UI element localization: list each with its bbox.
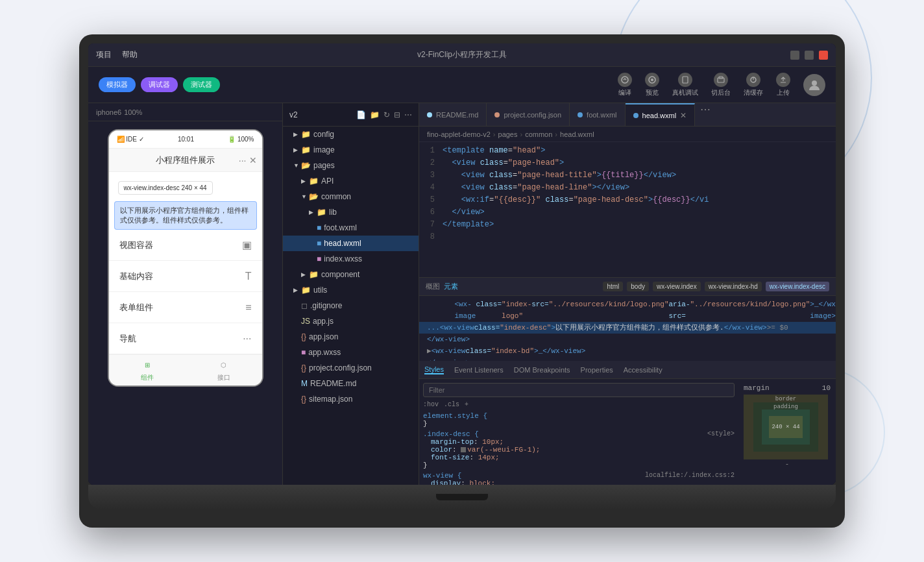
tree-item-readme[interactable]: ▶ M README.md	[283, 376, 419, 391]
minimize-button[interactable]	[790, 51, 799, 60]
tree-item-index-wxss[interactable]: ▶ ■ index.wxss	[283, 251, 419, 267]
tag-html[interactable]: html	[603, 282, 623, 291]
tree-item-project-config[interactable]: ▶ {} project.config.json	[283, 360, 419, 376]
app-toolbar: 模拟器 调试器 测试器 编译 预览 真机调试	[88, 67, 836, 103]
nav-item-api[interactable]: ⬡ 接口	[217, 359, 230, 382]
boxmodel-padding: 240 × 44	[762, 409, 810, 445]
pseudo-plus[interactable]: +	[465, 401, 468, 408]
device-debug-icon	[678, 73, 692, 87]
laptop-screen: 项目 帮助 v2-FinClip小程序开发工具 模拟器 调试器 测试器	[88, 43, 836, 485]
tag-wx-view-index[interactable]: wx-view.index	[653, 282, 701, 291]
list-item-3[interactable]: 导航 ···	[109, 323, 262, 354]
action-device-debug[interactable]: 真机调试	[672, 73, 698, 97]
tree-item-utils[interactable]: ▶ 📁 utils	[283, 282, 419, 298]
editor-tab-foot-wxml[interactable]: foot.wxml	[570, 103, 625, 126]
filetree-new-folder-icon[interactable]: 📁	[370, 110, 380, 119]
phone-titlebar: 小程序组件展示 ··· ✕	[109, 149, 262, 172]
line-content-1: <template name="head">	[443, 145, 545, 157]
tree-item-lib[interactable]: ▶ 📁 lib	[283, 204, 419, 220]
editor-tab-readme[interactable]: README.md	[419, 103, 487, 126]
breadcrumb-3: common	[525, 130, 552, 138]
tab-simulator[interactable]: 模拟器	[99, 77, 136, 92]
action-background[interactable]: 切后台	[711, 73, 731, 97]
action-clear-cache[interactable]: 清缓存	[744, 73, 763, 97]
tab-debug[interactable]: 调试器	[141, 77, 178, 92]
action-upload[interactable]: 上传	[776, 73, 790, 97]
line-num-5: 5	[419, 194, 443, 206]
file-app-wxss-icon: ■	[301, 348, 306, 357]
pseudo-cls[interactable]: .cls	[444, 401, 459, 408]
tree-item-app-json[interactable]: ▶ {} app.json	[283, 329, 419, 345]
folder-lib-icon: 📁	[317, 208, 326, 217]
devtools-tab-dom-breakpoints[interactable]: DOM Breakpoints	[514, 366, 570, 374]
editor-tab-project-config[interactable]: project.config.json	[487, 103, 570, 126]
styles-filter-input[interactable]	[423, 383, 735, 397]
tree-label-project-config: project.config.json	[309, 363, 372, 373]
pseudo-hov[interactable]: :hov	[423, 401, 439, 408]
menu-project[interactable]: 项目	[96, 49, 112, 60]
list-item-2[interactable]: 表单组件 ≡	[109, 292, 262, 323]
tag-body[interactable]: body	[627, 282, 649, 291]
tree-label-sitemap: sitemap.json	[309, 395, 352, 404]
file-foot-wxml-icon: ■	[317, 223, 321, 232]
file-project-json-icon: {}	[301, 363, 306, 373]
tree-item-pages[interactable]: ▼ 📂 pages	[283, 158, 419, 173]
tab-test[interactable]: 测试器	[183, 77, 220, 92]
tree-item-app-js[interactable]: ▶ JS app.js	[283, 313, 419, 329]
menu-help[interactable]: 帮助	[122, 49, 138, 60]
tree-item-common[interactable]: ▼ 📂 common	[283, 189, 419, 204]
tree-item-head-wxml[interactable]: ▶ ■ head.wxml	[283, 236, 419, 251]
tree-item-gitignore[interactable]: ▶ ◻ .gitignore	[283, 298, 419, 313]
action-compile[interactable]: 编译	[618, 73, 632, 97]
filetree-more-icon[interactable]: ⋯	[404, 110, 412, 119]
filetree-refresh-icon[interactable]: ↻	[383, 110, 390, 119]
user-avatar[interactable]	[803, 74, 825, 96]
tab-more-icon[interactable]: ⋯	[695, 103, 716, 126]
nav-item-components[interactable]: ⊞ 组件	[141, 359, 154, 382]
style-prop-1-0: margin-top	[431, 438, 474, 446]
folder-component-icon: 📁	[309, 270, 319, 279]
breadcrumb-1: fino-applet-demo-v2	[427, 130, 491, 138]
devtools-tab-accessibility[interactable]: Accessibility	[624, 366, 663, 374]
code-editor[interactable]: 1 <template name="head"> 2 <view class="…	[419, 142, 836, 277]
tree-item-component[interactable]: ▶ 📁 component	[283, 267, 419, 282]
tree-item-foot-wxml[interactable]: ▶ ■ foot.wxml	[283, 220, 419, 236]
editor-tab-head-wxml[interactable]: head.wxml ✕	[626, 103, 696, 126]
list-item-0[interactable]: 视图容器 ▣	[109, 230, 262, 261]
tree-label-pages: pages	[313, 161, 335, 170]
list-item-icon-1: T	[245, 271, 252, 282]
action-preview[interactable]: 预览	[645, 73, 659, 97]
devtools-tab-styles[interactable]: Styles	[424, 365, 444, 374]
tree-item-api[interactable]: ▶ 📁 API	[283, 173, 419, 189]
svg-point-0	[622, 77, 628, 83]
nav-components-label: 组件	[141, 373, 154, 382]
tree-item-config[interactable]: ▶ 📁 config	[283, 127, 419, 142]
device-debug-label: 真机调试	[672, 88, 698, 97]
filetree-collapse-icon[interactable]: ⊟	[394, 110, 400, 119]
tag-wx-view-index-desc[interactable]: wx-view.index-desc	[766, 282, 829, 291]
tree-label-foot-wxml: foot.wxml	[324, 223, 357, 232]
devtools-tab-properties[interactable]: Properties	[581, 366, 613, 374]
list-item-1[interactable]: 基础内容 T	[109, 261, 262, 292]
nav-components-icon: ⊞	[141, 359, 154, 372]
file-index-wxss-icon: ■	[317, 254, 321, 263]
tree-item-image[interactable]: ▶ 📁 image	[283, 142, 419, 158]
html-source-bar: 概图 元素 html body wx-view.index wx-view.in…	[419, 278, 836, 296]
phone-statusbar: 📶 IDE ✓ 10:01 🔋 100%	[109, 130, 262, 149]
close-button[interactable]	[819, 51, 828, 60]
folder-pages-icon: 📂	[301, 161, 311, 170]
style-selector-0: element.style {	[423, 412, 487, 420]
tab-close-head[interactable]: ✕	[680, 111, 687, 120]
upload-label: 上传	[777, 88, 790, 97]
tree-item-app-wxss[interactable]: ▶ ■ app.wxss	[283, 345, 419, 360]
close-mini-icon[interactable]: ✕	[249, 155, 257, 165]
more-icon[interactable]: ···	[239, 155, 247, 165]
tag-wx-view-index-hd[interactable]: wx-view.index-hd	[705, 282, 762, 291]
filetree-new-file-icon[interactable]: 📄	[356, 110, 366, 119]
maximize-button[interactable]	[805, 51, 814, 60]
tab-label-readme: README.md	[436, 111, 478, 119]
folder-config-icon: 📁	[301, 130, 311, 139]
tree-item-sitemap[interactable]: ▶ {} sitemap.json	[283, 391, 419, 407]
line-content-7: </template>	[443, 219, 494, 231]
devtools-tab-event-listeners[interactable]: Event Listeners	[454, 366, 504, 374]
